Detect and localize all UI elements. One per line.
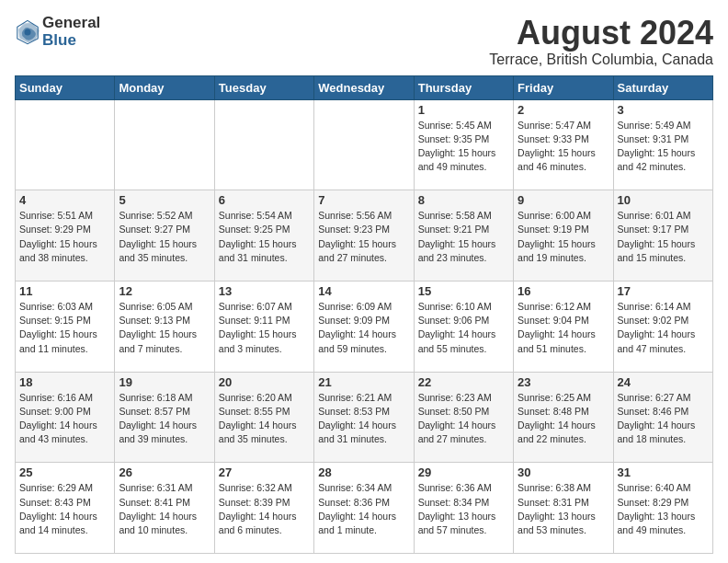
calendar-cell: 23Sunrise: 6:25 AM Sunset: 8:48 PM Dayli… <box>514 372 613 463</box>
week-row-4: 18Sunrise: 6:16 AM Sunset: 9:00 PM Dayli… <box>16 372 713 463</box>
calendar-cell: 15Sunrise: 6:10 AM Sunset: 9:06 PM Dayli… <box>414 281 513 372</box>
day-number: 22 <box>418 375 509 389</box>
day-info: Sunrise: 6:18 AM Sunset: 8:57 PM Dayligh… <box>119 391 210 447</box>
day-number: 26 <box>119 465 210 479</box>
week-row-2: 4Sunrise: 5:51 AM Sunset: 9:29 PM Daylig… <box>16 190 713 282</box>
header-day-saturday: Saturday <box>613 75 712 99</box>
calendar-cell: 26Sunrise: 6:31 AM Sunset: 8:41 PM Dayli… <box>115 463 214 554</box>
calendar-cell: 18Sunrise: 6:16 AM Sunset: 9:00 PM Dayli… <box>16 372 115 463</box>
day-info: Sunrise: 5:47 AM Sunset: 9:33 PM Dayligh… <box>518 119 609 175</box>
day-number: 2 <box>518 103 609 117</box>
day-number: 18 <box>19 375 110 389</box>
header-day-monday: Monday <box>115 75 214 99</box>
calendar-cell: 30Sunrise: 6:38 AM Sunset: 8:31 PM Dayli… <box>514 463 613 554</box>
calendar-cell: 11Sunrise: 6:03 AM Sunset: 9:15 PM Dayli… <box>16 281 115 372</box>
day-info: Sunrise: 5:58 AM Sunset: 9:21 PM Dayligh… <box>418 209 509 265</box>
day-info: Sunrise: 6:25 AM Sunset: 8:48 PM Dayligh… <box>518 391 609 447</box>
page: General Blue August 2024 Terrace, Britis… <box>0 0 728 563</box>
calendar-cell: 10Sunrise: 6:01 AM Sunset: 9:17 PM Dayli… <box>613 190 712 282</box>
day-info: Sunrise: 6:10 AM Sunset: 9:06 PM Dayligh… <box>418 300 509 356</box>
day-info: Sunrise: 6:09 AM Sunset: 9:09 PM Dayligh… <box>318 300 409 356</box>
day-info: Sunrise: 6:21 AM Sunset: 8:53 PM Dayligh… <box>318 391 409 447</box>
svg-point-3 <box>25 29 31 35</box>
header-day-wednesday: Wednesday <box>314 75 414 99</box>
day-number: 21 <box>318 375 409 389</box>
logo-text-general: General <box>42 15 100 32</box>
calendar-cell: 21Sunrise: 6:21 AM Sunset: 8:53 PM Dayli… <box>314 372 414 463</box>
header-day-sunday: Sunday <box>16 75 115 99</box>
day-info: Sunrise: 6:34 AM Sunset: 8:36 PM Dayligh… <box>318 481 409 537</box>
day-info: Sunrise: 6:01 AM Sunset: 9:17 PM Dayligh… <box>618 209 709 265</box>
day-number: 10 <box>618 193 709 207</box>
calendar-cell: 28Sunrise: 6:34 AM Sunset: 8:36 PM Dayli… <box>314 463 414 554</box>
day-number: 25 <box>19 465 110 479</box>
calendar-cell: 6Sunrise: 5:54 AM Sunset: 9:25 PM Daylig… <box>214 190 313 282</box>
day-info: Sunrise: 6:27 AM Sunset: 8:46 PM Dayligh… <box>618 391 709 447</box>
day-number: 28 <box>318 465 409 479</box>
calendar-header-row: SundayMondayTuesdayWednesdayThursdayFrid… <box>16 75 713 99</box>
calendar-cell: 8Sunrise: 5:58 AM Sunset: 9:21 PM Daylig… <box>414 190 513 282</box>
logo-icon <box>15 19 40 45</box>
calendar-cell <box>314 99 414 190</box>
day-number: 17 <box>618 284 709 298</box>
day-info: Sunrise: 5:54 AM Sunset: 9:25 PM Dayligh… <box>219 209 310 265</box>
logo: General Blue <box>15 15 100 49</box>
day-info: Sunrise: 5:45 AM Sunset: 9:35 PM Dayligh… <box>418 119 509 175</box>
calendar-cell: 19Sunrise: 6:18 AM Sunset: 8:57 PM Dayli… <box>115 372 214 463</box>
header-day-friday: Friday <box>514 75 613 99</box>
calendar-cell: 7Sunrise: 5:56 AM Sunset: 9:23 PM Daylig… <box>314 190 414 282</box>
day-number: 23 <box>518 375 609 389</box>
header-day-tuesday: Tuesday <box>214 75 313 99</box>
calendar-cell: 25Sunrise: 6:29 AM Sunset: 8:43 PM Dayli… <box>16 463 115 554</box>
day-info: Sunrise: 6:32 AM Sunset: 8:39 PM Dayligh… <box>219 481 310 537</box>
calendar-cell <box>16 99 115 190</box>
calendar-table: SundayMondayTuesdayWednesdayThursdayFrid… <box>15 75 713 554</box>
day-info: Sunrise: 6:16 AM Sunset: 9:00 PM Dayligh… <box>19 391 110 447</box>
subtitle: Terrace, British Columbia, Canada <box>489 52 713 68</box>
week-row-1: 1Sunrise: 5:45 AM Sunset: 9:35 PM Daylig… <box>16 99 713 190</box>
calendar-cell: 5Sunrise: 5:52 AM Sunset: 9:27 PM Daylig… <box>115 190 214 282</box>
main-title: August 2024 <box>489 15 713 52</box>
day-info: Sunrise: 6:40 AM Sunset: 8:29 PM Dayligh… <box>618 481 709 537</box>
day-info: Sunrise: 6:31 AM Sunset: 8:41 PM Dayligh… <box>119 481 210 537</box>
day-number: 3 <box>618 103 709 117</box>
day-info: Sunrise: 6:03 AM Sunset: 9:15 PM Dayligh… <box>19 300 110 356</box>
calendar-cell: 4Sunrise: 5:51 AM Sunset: 9:29 PM Daylig… <box>16 190 115 282</box>
day-number: 19 <box>119 375 210 389</box>
day-info: Sunrise: 6:12 AM Sunset: 9:04 PM Dayligh… <box>518 300 609 356</box>
day-number: 12 <box>119 284 210 298</box>
day-number: 11 <box>19 284 110 298</box>
day-info: Sunrise: 6:14 AM Sunset: 9:02 PM Dayligh… <box>618 300 709 356</box>
day-number: 29 <box>418 465 509 479</box>
day-info: Sunrise: 6:38 AM Sunset: 8:31 PM Dayligh… <box>518 481 609 537</box>
calendar-cell: 27Sunrise: 6:32 AM Sunset: 8:39 PM Dayli… <box>214 463 313 554</box>
calendar-cell <box>214 99 313 190</box>
day-number: 27 <box>219 465 310 479</box>
day-number: 13 <box>219 284 310 298</box>
calendar-cell: 31Sunrise: 6:40 AM Sunset: 8:29 PM Dayli… <box>613 463 712 554</box>
calendar-header: SundayMondayTuesdayWednesdayThursdayFrid… <box>16 75 713 99</box>
day-number: 9 <box>518 193 609 207</box>
week-row-3: 11Sunrise: 6:03 AM Sunset: 9:15 PM Dayli… <box>16 281 713 372</box>
calendar-body: 1Sunrise: 5:45 AM Sunset: 9:35 PM Daylig… <box>16 99 713 553</box>
calendar-cell: 24Sunrise: 6:27 AM Sunset: 8:46 PM Dayli… <box>613 372 712 463</box>
day-number: 15 <box>418 284 509 298</box>
day-info: Sunrise: 5:51 AM Sunset: 9:29 PM Dayligh… <box>19 209 110 265</box>
day-number: 20 <box>219 375 310 389</box>
day-info: Sunrise: 5:49 AM Sunset: 9:31 PM Dayligh… <box>618 119 709 175</box>
day-number: 24 <box>618 375 709 389</box>
week-row-5: 25Sunrise: 6:29 AM Sunset: 8:43 PM Dayli… <box>16 463 713 554</box>
calendar-cell: 16Sunrise: 6:12 AM Sunset: 9:04 PM Dayli… <box>514 281 613 372</box>
calendar-cell: 1Sunrise: 5:45 AM Sunset: 9:35 PM Daylig… <box>414 99 513 190</box>
day-number: 1 <box>418 103 509 117</box>
day-info: Sunrise: 6:23 AM Sunset: 8:50 PM Dayligh… <box>418 391 509 447</box>
calendar-cell: 3Sunrise: 5:49 AM Sunset: 9:31 PM Daylig… <box>613 99 712 190</box>
calendar-cell: 29Sunrise: 6:36 AM Sunset: 8:34 PM Dayli… <box>414 463 513 554</box>
calendar-cell: 14Sunrise: 6:09 AM Sunset: 9:09 PM Dayli… <box>314 281 414 372</box>
day-info: Sunrise: 6:29 AM Sunset: 8:43 PM Dayligh… <box>19 481 110 537</box>
logo-text-blue: Blue <box>42 32 100 50</box>
day-info: Sunrise: 6:20 AM Sunset: 8:55 PM Dayligh… <box>219 391 310 447</box>
day-info: Sunrise: 5:56 AM Sunset: 9:23 PM Dayligh… <box>318 209 409 265</box>
title-block: August 2024 Terrace, British Columbia, C… <box>489 15 713 68</box>
calendar-cell: 9Sunrise: 6:00 AM Sunset: 9:19 PM Daylig… <box>514 190 613 282</box>
